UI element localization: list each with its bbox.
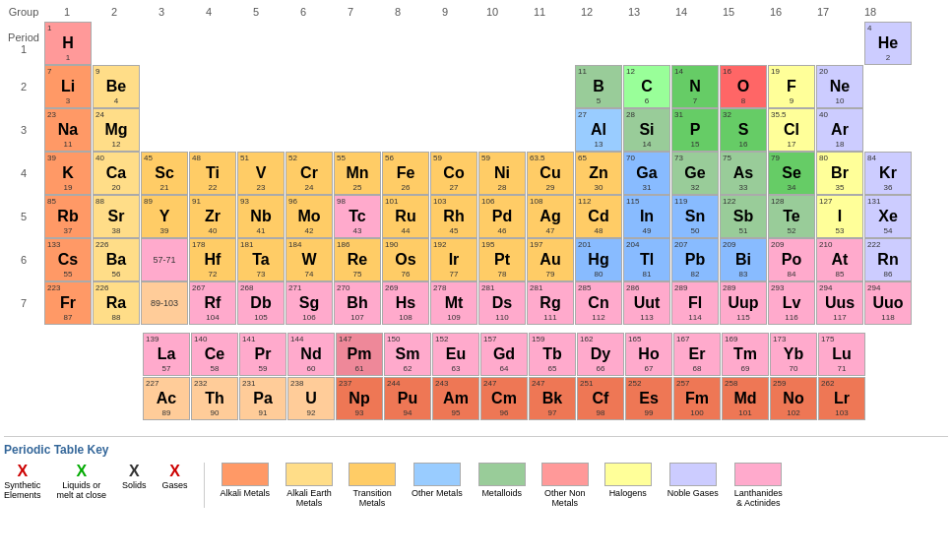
- element-Pu[interactable]: 244 Pu 94: [384, 377, 431, 420]
- element-Gd[interactable]: 157 Gd 64: [480, 333, 528, 376]
- element-Ir[interactable]: 192 Ir 77: [430, 238, 477, 281]
- element-Cs[interactable]: 133 Cs 55: [44, 238, 92, 281]
- element-Mo[interactable]: 96 Mo 42: [286, 195, 333, 238]
- element-Rg[interactable]: 281 Rg 111: [527, 281, 574, 325]
- element-Na[interactable]: 23 Na 11: [44, 108, 92, 152]
- element-Te[interactable]: 128 Te 52: [768, 195, 815, 238]
- element-Ag[interactable]: 108 Ag 47: [527, 195, 574, 238]
- element-Yb[interactable]: 173 Yb 70: [770, 333, 817, 376]
- element-Co[interactable]: 59 Co 27: [430, 152, 477, 195]
- element-Es[interactable]: 252 Es 99: [625, 377, 672, 420]
- element-Ca[interactable]: 40 Ca 20: [93, 152, 140, 195]
- element-Mg[interactable]: 24 Mg 12: [93, 108, 140, 152]
- element-Uup[interactable]: 289 Uup 115: [720, 281, 767, 325]
- element-Bi[interactable]: 209 Bi 83: [720, 238, 767, 281]
- element-W[interactable]: 184 W 74: [286, 238, 333, 281]
- element-Hs[interactable]: 269 Hs 108: [382, 281, 429, 325]
- element-No[interactable]: 259 No 102: [770, 377, 817, 420]
- element-Se[interactable]: 79 Se 34: [768, 152, 815, 195]
- element-Sr[interactable]: 88 Sr 38: [93, 195, 140, 238]
- element-Hf[interactable]: 178 Hf 72: [189, 238, 236, 281]
- element-Ar[interactable]: 40 Ar 18: [816, 108, 863, 152]
- element-Ne[interactable]: 20 Ne 10: [816, 65, 863, 108]
- element-Rf[interactable]: 267 Rf 104: [189, 281, 236, 325]
- element-K[interactable]: 39 K 19: [44, 152, 92, 195]
- element-He[interactable]: 4 He 2: [864, 22, 912, 65]
- element-Kr[interactable]: 84 Kr 36: [864, 152, 912, 195]
- element-Po[interactable]: 209 Po 84: [768, 238, 815, 281]
- element-Cl[interactable]: 35.5 Cl 17: [768, 108, 815, 152]
- element-Pm[interactable]: 147 Pm 61: [336, 333, 383, 376]
- element-B[interactable]: 11 B 5: [575, 65, 622, 108]
- element-Db[interactable]: 268 Db 105: [237, 281, 285, 325]
- element-S[interactable]: 32 S 16: [720, 108, 767, 152]
- element-Ge[interactable]: 73 Ge 32: [671, 152, 719, 195]
- element-Cf[interactable]: 251 Cf 98: [577, 377, 624, 420]
- element-Ru[interactable]: 101 Ru 44: [382, 195, 429, 238]
- element-Cm[interactable]: 247 Cm 96: [480, 377, 528, 420]
- element-Li[interactable]: 7 Li 3: [44, 65, 92, 108]
- element-Pr[interactable]: 141 Pr 59: [239, 333, 286, 376]
- element-U[interactable]: 238 U 92: [287, 377, 335, 420]
- element-Uus[interactable]: 294 Uus 117: [816, 281, 863, 325]
- element-Au[interactable]: 197 Au 79: [527, 238, 574, 281]
- element-Bk[interactable]: 247 Bk 97: [529, 377, 576, 420]
- element-As[interactable]: 75 As 33: [720, 152, 767, 195]
- element-N[interactable]: 14 N 7: [671, 65, 719, 108]
- element-Np[interactable]: 237 Np 93: [336, 377, 383, 420]
- element-Fe[interactable]: 56 Fe 26: [382, 152, 429, 195]
- element-Rn[interactable]: 222 Rn 86: [864, 238, 912, 281]
- element-H[interactable]: 1 H 1: [44, 22, 92, 65]
- element-Hg[interactable]: 201 Hg 80: [575, 238, 622, 281]
- element-Sm[interactable]: 150 Sm 62: [384, 333, 431, 376]
- element-Am[interactable]: 243 Am 95: [432, 377, 479, 420]
- element-Lu[interactable]: 175 Lu 71: [818, 333, 865, 376]
- element-Fl[interactable]: 289 Fl 114: [671, 281, 719, 325]
- element-Cd[interactable]: 112 Cd 48: [575, 195, 622, 238]
- element-Lr[interactable]: 262 Lr 103: [818, 377, 865, 420]
- element-Ta[interactable]: 181 Ta 73: [237, 238, 285, 281]
- element-Tm[interactable]: 169 Tm 69: [722, 333, 769, 376]
- element-Xe[interactable]: 131 Xe 54: [864, 195, 912, 238]
- element-Pb[interactable]: 207 Pb 82: [671, 238, 719, 281]
- element-Cn[interactable]: 285 Cn 112: [575, 281, 622, 325]
- element-Lv[interactable]: 293 Lv 116: [768, 281, 815, 325]
- element-Al[interactable]: 27 Al 13: [575, 108, 622, 152]
- element-Sn[interactable]: 119 Sn 50: [671, 195, 719, 238]
- element-I[interactable]: 127 I 53: [816, 195, 863, 238]
- element-Ds[interactable]: 281 Ds 110: [478, 281, 526, 325]
- element-Pt[interactable]: 195 Pt 78: [478, 238, 526, 281]
- element-At[interactable]: 210 At 85: [816, 238, 863, 281]
- element-Ho[interactable]: 165 Ho 67: [625, 333, 672, 376]
- element-Pa[interactable]: 231 Pa 91: [239, 377, 286, 420]
- element-In[interactable]: 115 In 49: [623, 195, 670, 238]
- element-P[interactable]: 31 P 15: [671, 108, 719, 152]
- element-Rh[interactable]: 103 Rh 45: [430, 195, 477, 238]
- element-Pd[interactable]: 106 Pd 46: [478, 195, 526, 238]
- element-Ra[interactable]: 226 Ra 88: [93, 281, 140, 325]
- element-Si[interactable]: 28 Si 14: [623, 108, 670, 152]
- element-C[interactable]: 12 C 6: [623, 65, 670, 108]
- element-Sg[interactable]: 271 Sg 106: [286, 281, 333, 325]
- element-Ac[interactable]: 227 Ac 89: [143, 377, 190, 420]
- element-Ac-placeholder[interactable]: 89-103: [141, 281, 188, 325]
- element-Sc[interactable]: 45 Sc 21: [141, 152, 188, 195]
- element-F[interactable]: 19 F 9: [768, 65, 815, 108]
- element-Th[interactable]: 232 Th 90: [191, 377, 238, 420]
- element-Y[interactable]: 89 Y 39: [141, 195, 188, 238]
- element-Cr[interactable]: 52 Cr 24: [286, 152, 333, 195]
- element-Fm[interactable]: 257 Fm 100: [673, 377, 721, 420]
- element-Os[interactable]: 190 Os 76: [382, 238, 429, 281]
- element-Eu[interactable]: 152 Eu 63: [432, 333, 479, 376]
- element-V[interactable]: 51 V 23: [237, 152, 285, 195]
- element-Mt[interactable]: 278 Mt 109: [430, 281, 477, 325]
- element-Ti[interactable]: 48 Ti 22: [189, 152, 236, 195]
- element-Mn[interactable]: 55 Mn 25: [334, 152, 381, 195]
- element-Tc[interactable]: 98 Tc 43: [334, 195, 381, 238]
- element-Ba[interactable]: 226 Ba 56: [93, 238, 140, 281]
- element-Re[interactable]: 186 Re 75: [334, 238, 381, 281]
- element-Dy[interactable]: 162 Dy 66: [577, 333, 624, 376]
- element-Nb[interactable]: 93 Nb 41: [237, 195, 285, 238]
- element-Md[interactable]: 258 Md 101: [722, 377, 769, 420]
- element-Rb[interactable]: 85 Rb 37: [44, 195, 92, 238]
